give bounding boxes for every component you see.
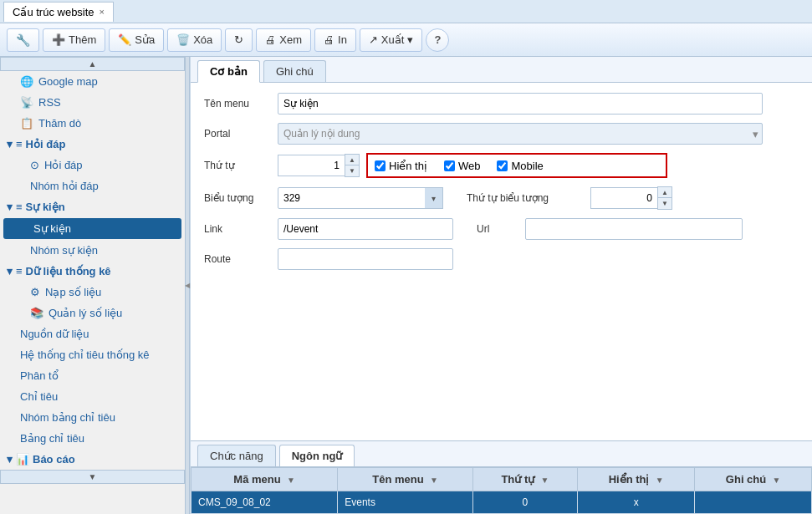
thu-tu-row: Thứ tự ▲ ▼ Hiển thị Web bbox=[204, 153, 799, 178]
add-button[interactable]: ➕ Thêm bbox=[43, 28, 105, 52]
sidebar-item-nap-so-lieu[interactable]: ⚙ Nạp số liệu bbox=[0, 282, 185, 303]
sidebar-item-hoi-dap[interactable]: ⊙ Hỏi đáp bbox=[0, 155, 185, 176]
url-input[interactable] bbox=[525, 218, 743, 240]
route-row: Route bbox=[204, 248, 799, 270]
refresh-button[interactable]: ↻ bbox=[225, 28, 253, 52]
rss-icon: 📡 bbox=[20, 96, 33, 109]
ten-menu-row: Tên menu bbox=[204, 93, 799, 115]
sidebar-item-bang-chi-tieu[interactable]: Bảng chỉ tiêu bbox=[0, 428, 185, 449]
sidebar-scroll-down[interactable]: ▼ bbox=[0, 470, 185, 484]
sidebar-item-phan-to[interactable]: Phân tổ bbox=[0, 365, 185, 386]
spinner-down-button[interactable]: ▼ bbox=[345, 165, 359, 176]
visibility-checkbox-group: Hiển thị Web Mobile bbox=[366, 153, 667, 178]
spinner-buttons: ▲ ▼ bbox=[345, 154, 360, 177]
sidebar-group-hoi-dap[interactable]: ▾ ≡ Hỏi đáp bbox=[0, 134, 185, 155]
url-label: Url bbox=[477, 223, 518, 235]
data-table: Mã menu ▼ Tên menu ▼ Thứ tự ▼ Hiển thị bbox=[191, 467, 812, 514]
export-arrow-icon: ▾ bbox=[407, 33, 413, 46]
active-tab[interactable]: Cấu trúc website × bbox=[3, 2, 114, 22]
export-icon: ↗ bbox=[369, 33, 378, 46]
sidebar-item-label: Bảng chỉ tiêu bbox=[20, 432, 84, 445]
sidebar-item-nguon-du-lieu[interactable]: Nguồn dữ liệu bbox=[0, 323, 185, 344]
group-icon: ≡ bbox=[16, 265, 23, 277]
toolbar: 🔧 ➕ Thêm ✏️ Sửa 🗑️ Xóa ↻ 🖨 Xem 🖨 In ↗ Xu… bbox=[0, 23, 812, 57]
tab-chuc-nang[interactable]: Chức năng bbox=[197, 445, 276, 466]
expand-icon: ▾ bbox=[7, 453, 13, 466]
sidebar-group-bao-cao[interactable]: ▾ 📊 Báo cáo bbox=[0, 449, 185, 470]
cell-ghi-chu bbox=[695, 491, 812, 514]
sidebar-item-google-map[interactable]: 🌐 Google map bbox=[0, 71, 185, 92]
sidebar-item-rss[interactable]: 📡 RSS bbox=[0, 92, 185, 113]
logo-icon: 🔧 bbox=[16, 33, 30, 47]
edit-button[interactable]: ✏️ Sửa bbox=[109, 28, 164, 52]
sidebar-scroll-up[interactable]: ▲ bbox=[0, 57, 185, 71]
bieu-tuong-input[interactable] bbox=[278, 187, 443, 209]
bottom-tabs: Chức năng Ngôn ngữ bbox=[191, 441, 812, 467]
table-row[interactable]: CMS_09_08_02 Events 0 x bbox=[192, 491, 812, 514]
col-thu-tu: Thứ tự ▼ bbox=[472, 468, 577, 491]
hien-thi-checkbox[interactable] bbox=[375, 160, 386, 171]
sidebar-item-nhom-su-kien[interactable]: Nhóm sự kiện bbox=[0, 240, 185, 261]
logo-button[interactable]: 🔧 bbox=[7, 28, 39, 52]
main-layout: ▲ 🌐 Google map 📡 RSS 📋 Thăm dò ▾ ≡ Hỏi đ… bbox=[0, 57, 812, 514]
print-button[interactable]: 🖨 In bbox=[314, 28, 356, 52]
thu-tu-input[interactable] bbox=[278, 155, 345, 176]
sidebar-group-du-lieu[interactable]: ▾ ≡ Dữ liệu thống kê bbox=[0, 261, 185, 282]
filter-icon-ma-menu[interactable]: ▼ bbox=[287, 476, 295, 485]
export-button[interactable]: ↗ Xuất ▾ bbox=[360, 28, 423, 52]
group-label: Hỏi đáp bbox=[26, 138, 66, 150]
sidebar-group-su-kien[interactable]: ▾ ≡ Sự kiện bbox=[0, 196, 185, 217]
tab-ngon-ngu[interactable]: Ngôn ngữ bbox=[279, 445, 355, 466]
table-header-row: Mã menu ▼ Tên menu ▼ Thứ tự ▼ Hiển thị bbox=[192, 468, 812, 491]
tab-ghi-chu[interactable]: Ghi chú bbox=[263, 60, 326, 82]
delete-button[interactable]: 🗑️ Xóa bbox=[167, 28, 222, 52]
tab-co-ban[interactable]: Cơ bản bbox=[197, 60, 260, 83]
filter-icon-ghi-chu[interactable]: ▼ bbox=[773, 476, 781, 485]
sidebar-divider[interactable] bbox=[185, 57, 190, 514]
survey-icon: 📋 bbox=[20, 117, 33, 130]
filter-icon-ten-menu[interactable]: ▼ bbox=[430, 476, 438, 485]
cell-thu-tu: 0 bbox=[472, 491, 577, 514]
sidebar-item-nhom-hoi-dap[interactable]: Nhóm hỏi đáp bbox=[0, 176, 185, 196]
link-input[interactable] bbox=[278, 218, 453, 240]
sidebar-item-tham-do[interactable]: 📋 Thăm dò bbox=[0, 113, 185, 134]
group-label: Dữ liệu thống kê bbox=[26, 265, 111, 277]
help-button[interactable]: ? bbox=[426, 28, 449, 52]
sidebar-item-nhom-bang-chi-tieu[interactable]: Nhóm bảng chỉ tiêu bbox=[0, 407, 185, 428]
tab-title: Cấu trúc website bbox=[13, 6, 94, 18]
filter-icon-hien-thi[interactable]: ▼ bbox=[656, 476, 664, 485]
gear-icon: ⚙ bbox=[30, 286, 40, 298]
layers-icon: 📚 bbox=[30, 307, 43, 319]
sidebar-item-label: Nhóm hỏi đáp bbox=[30, 180, 99, 192]
edit-icon: ✏️ bbox=[118, 33, 131, 46]
sidebar-nav: ▲ 🌐 Google map 📡 RSS 📋 Thăm dò ▾ ≡ Hỏi đ… bbox=[0, 57, 185, 514]
thu-tu-bieu-tuong-input[interactable] bbox=[590, 187, 657, 209]
sidebar-item-quan-ly-so-lieu[interactable]: 📚 Quản lý số liệu bbox=[0, 303, 185, 323]
view-button[interactable]: 🖨 Xem bbox=[256, 28, 311, 52]
add-icon: ➕ bbox=[52, 33, 65, 46]
bieu-tuong-spinner-up[interactable]: ▲ bbox=[658, 187, 672, 198]
group-icon: ≡ bbox=[16, 201, 23, 213]
tab-close-button[interactable]: × bbox=[100, 7, 105, 17]
mobile-checkbox-item: Mobile bbox=[497, 160, 543, 172]
ten-menu-input[interactable] bbox=[278, 93, 763, 115]
web-checkbox[interactable] bbox=[444, 160, 455, 171]
thu-tu-spinner: ▲ ▼ bbox=[278, 154, 360, 177]
sidebar-container: ▲ 🌐 Google map 📡 RSS 📋 Thăm dò ▾ ≡ Hỏi đ… bbox=[0, 57, 191, 514]
add-label: Thêm bbox=[69, 33, 96, 46]
group-icon: ≡ bbox=[16, 138, 23, 150]
sidebar-item-chi-tieu[interactable]: Chỉ tiêu bbox=[0, 386, 185, 407]
sidebar-item-su-kien[interactable]: Sự kiện bbox=[3, 218, 181, 239]
bieu-tuong-spinner-down[interactable]: ▼ bbox=[658, 198, 672, 209]
sidebar-item-label: Hệ thống chỉ tiêu thống kê bbox=[20, 349, 149, 361]
sidebar-item-he-thong[interactable]: Hệ thống chỉ tiêu thống kê bbox=[0, 344, 185, 365]
mobile-checkbox[interactable] bbox=[497, 160, 508, 171]
expand-icon: ▾ bbox=[7, 201, 13, 213]
refresh-icon: ↻ bbox=[234, 33, 243, 46]
portal-dropdown-icon: ▾ bbox=[753, 128, 758, 140]
spinner-up-button[interactable]: ▲ bbox=[345, 155, 359, 165]
filter-icon-thu-tu[interactable]: ▼ bbox=[541, 476, 549, 485]
route-input[interactable] bbox=[278, 248, 453, 270]
group-label: Sự kiện bbox=[26, 201, 65, 213]
bieu-tuong-spinner-buttons: ▲ ▼ bbox=[657, 186, 672, 210]
